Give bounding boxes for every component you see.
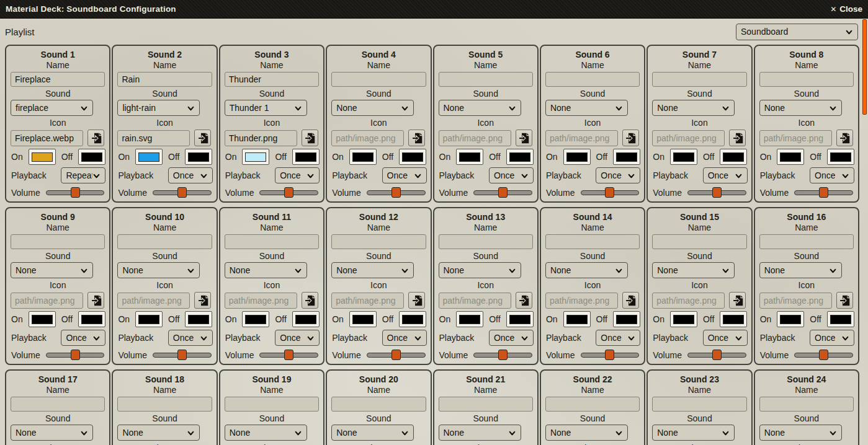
on-color-picker[interactable] <box>349 311 377 327</box>
off-color-picker[interactable] <box>506 311 534 327</box>
on-color-picker[interactable] <box>349 149 377 165</box>
on-color-picker[interactable] <box>135 311 163 327</box>
volume-slider[interactable] <box>794 187 853 198</box>
file-picker-button[interactable] <box>729 130 746 146</box>
volume-slider[interactable] <box>794 349 853 361</box>
icon-path-input[interactable] <box>225 293 297 309</box>
off-color-picker[interactable] <box>78 149 105 165</box>
file-picker-button[interactable] <box>622 292 639 309</box>
off-color-picker[interactable] <box>720 311 747 327</box>
sound-select[interactable]: None <box>117 425 200 441</box>
sound-select[interactable]: None <box>759 262 842 278</box>
volume-slider[interactable] <box>687 349 746 361</box>
sound-select[interactable]: None <box>439 425 521 441</box>
vertical-scrollbar-thumb[interactable] <box>862 19 867 115</box>
playback-select[interactable]: Once <box>168 167 213 183</box>
off-color-picker[interactable] <box>827 311 854 327</box>
on-color-picker[interactable] <box>242 311 269 327</box>
on-color-picker[interactable] <box>670 149 697 165</box>
sound-select[interactable]: fireplace <box>11 100 93 116</box>
name-input[interactable] <box>225 397 319 412</box>
name-input[interactable] <box>331 234 426 249</box>
name-input[interactable] <box>652 397 746 412</box>
sound-select[interactable]: None <box>545 262 628 278</box>
file-picker-button[interactable] <box>836 130 853 146</box>
sound-select[interactable]: None <box>117 262 200 278</box>
file-picker-button[interactable] <box>194 130 211 146</box>
playback-select[interactable]: Once <box>810 330 854 346</box>
sound-select[interactable]: None <box>11 262 93 278</box>
sound-select[interactable]: None <box>759 425 842 441</box>
file-picker-button[interactable] <box>516 292 532 309</box>
file-picker-button[interactable] <box>836 292 853 309</box>
name-input[interactable] <box>759 234 854 249</box>
name-input[interactable] <box>331 72 426 87</box>
icon-path-input[interactable] <box>11 293 83 309</box>
sound-select[interactable]: None <box>545 425 628 441</box>
icon-path-input[interactable] <box>439 130 511 146</box>
sound-select[interactable]: Thunder 1 <box>225 100 307 116</box>
off-color-picker[interactable] <box>292 311 320 327</box>
name-input[interactable] <box>759 397 854 412</box>
name-input[interactable] <box>439 397 533 412</box>
sound-select[interactable]: light-rain <box>117 100 200 116</box>
sound-select[interactable]: None <box>331 100 414 116</box>
file-picker-button[interactable] <box>87 130 104 146</box>
icon-path-input[interactable] <box>759 293 832 309</box>
sound-select[interactable]: None <box>652 100 735 116</box>
on-color-picker[interactable] <box>456 311 483 327</box>
volume-slider[interactable] <box>473 187 532 198</box>
file-picker-button[interactable] <box>87 292 104 309</box>
name-input[interactable] <box>439 72 533 87</box>
name-input[interactable] <box>11 234 105 249</box>
playback-select[interactable]: Once <box>489 167 534 183</box>
sound-select[interactable]: None <box>225 425 307 441</box>
playback-select[interactable]: Once <box>382 167 427 183</box>
name-input[interactable] <box>545 234 640 249</box>
volume-slider[interactable] <box>581 349 640 361</box>
playback-select[interactable]: Once <box>596 330 640 346</box>
on-color-picker[interactable] <box>242 149 269 165</box>
off-color-picker[interactable] <box>613 311 640 327</box>
icon-path-input[interactable] <box>652 130 725 146</box>
icon-path-input[interactable] <box>11 130 83 146</box>
file-picker-button[interactable] <box>408 292 425 309</box>
on-color-picker[interactable] <box>563 149 591 165</box>
sound-select[interactable]: None <box>439 262 521 278</box>
playback-select[interactable]: Once <box>382 330 427 346</box>
sound-select[interactable]: None <box>225 262 307 278</box>
on-color-picker[interactable] <box>777 311 804 327</box>
icon-path-input[interactable] <box>225 130 297 146</box>
off-color-picker[interactable] <box>185 149 212 165</box>
on-color-picker[interactable] <box>456 149 483 165</box>
volume-slider[interactable] <box>473 349 532 361</box>
playback-select[interactable]: Once <box>489 330 534 346</box>
playback-select[interactable]: Once <box>596 167 640 183</box>
name-input[interactable] <box>11 72 105 87</box>
off-color-picker[interactable] <box>399 149 426 165</box>
file-picker-button[interactable] <box>302 130 318 146</box>
sound-select[interactable]: None <box>545 100 628 116</box>
off-color-picker[interactable] <box>613 149 640 165</box>
name-input[interactable] <box>652 72 746 87</box>
volume-slider[interactable] <box>259 349 318 361</box>
sound-select[interactable]: None <box>652 425 735 441</box>
on-color-picker[interactable] <box>29 311 56 327</box>
name-input[interactable] <box>11 397 105 412</box>
name-input[interactable] <box>225 72 319 87</box>
file-picker-button[interactable] <box>408 130 425 146</box>
volume-slider[interactable] <box>46 187 105 198</box>
icon-path-input[interactable] <box>439 293 511 309</box>
name-input[interactable] <box>117 234 212 249</box>
volume-slider[interactable] <box>367 187 426 198</box>
file-picker-button[interactable] <box>302 292 318 309</box>
on-color-picker[interactable] <box>135 149 163 165</box>
on-color-picker[interactable] <box>670 311 697 327</box>
playback-select[interactable]: Once <box>810 167 854 183</box>
on-color-picker[interactable] <box>29 149 56 165</box>
sound-select[interactable]: None <box>652 262 735 278</box>
name-input[interactable] <box>225 234 319 249</box>
playback-select[interactable]: Repeat <box>61 167 105 183</box>
icon-path-input[interactable] <box>545 293 618 309</box>
icon-path-input[interactable] <box>117 293 190 309</box>
